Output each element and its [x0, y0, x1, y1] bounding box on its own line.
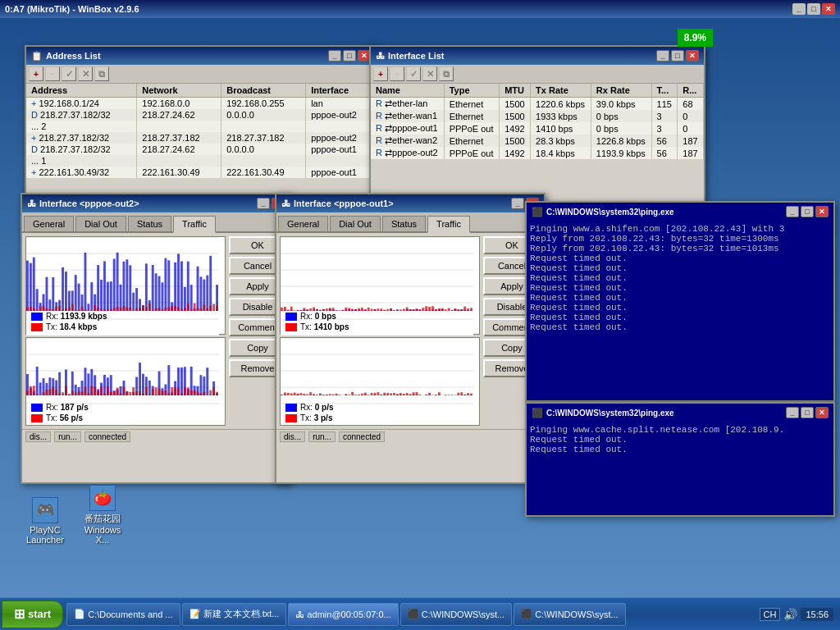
if-out1-tabs: General Dial Out Status Traffic	[276, 212, 544, 233]
ping-line: Request timed out.	[530, 322, 830, 332]
ping2-window: ⬛ C:\WINDOWS\system32\ping.exe _ □ ✕ Pin…	[525, 402, 835, 517]
iface-table-row[interactable]: R ⇄pppoe-out2 PPPoE out 1492 18.4 kbps 1…	[371, 147, 704, 159]
iface-cell-name: R ⇄ether-wan2	[371, 135, 444, 147]
desktop: 0:A7 (MikroTik) - WinBox v2.9.6 _ □ ✕ 8.…	[0, 0, 840, 630]
desktop-icon-plaync[interactable]: 🎮 PlayNCLauncher	[16, 494, 74, 548]
iface-list-titlebar: 🖧 Interface List _ □ ✕	[371, 47, 704, 65]
iface-remove-btn[interactable]: −	[390, 66, 404, 81]
iface-minimize[interactable]: _	[656, 50, 669, 62]
if-out2-minimize[interactable]: _	[257, 198, 270, 209]
iface-table-row[interactable]: R ⇄ether-wan1 Ethernet 1500 1933 kbps 0 …	[371, 110, 704, 122]
green-indicator: 8.9%	[678, 29, 713, 47]
addr-table-row[interactable]: ... 2	[26, 121, 376, 132]
addr-maximize[interactable]: □	[343, 50, 356, 62]
ping2-maximize[interactable]: □	[801, 407, 814, 418]
if-out1-rx-color	[285, 313, 297, 321]
winbox-title: 0:A7 (MikroTik) - WinBox v2.9.6	[5, 4, 139, 14]
iface-maximize[interactable]: □	[671, 50, 684, 62]
tomato-label: 番茄花园Windows X...	[77, 513, 128, 545]
iface-col-r[interactable]: R...	[678, 84, 704, 98]
iface-col-rxrate[interactable]: Rx Rate	[591, 84, 651, 98]
winbox-maximize[interactable]: □	[807, 3, 820, 15]
iface-table-row[interactable]: R ⇄ether-lan Ethernet 1500 1220.6 kbps 3…	[371, 98, 704, 111]
iface-col-txrate[interactable]: Tx Rate	[531, 84, 591, 98]
tray-ch[interactable]: CH	[760, 608, 781, 621]
desktop-icon-tomato[interactable]: 🍅 番茄花园Windows X...	[74, 482, 131, 548]
if-out1-tab-status[interactable]: Status	[382, 216, 426, 231]
ping1-controls: _ □ ✕	[786, 206, 829, 217]
iface-table-container: Name Type MTU Tx Rate Rx Rate T... R... …	[371, 84, 704, 192]
if-out2-legend2: Rx: 187 p/s Tx: 56 p/s	[28, 402, 92, 423]
addr-table-row[interactable]: + 222.161.30.49/32 222.161.30.49 222.161…	[26, 167, 376, 178]
addr-cell-broadcast: 222.161.30.49	[221, 167, 306, 178]
iface-cell-mtu: 1492	[500, 122, 531, 135]
addr-minimize[interactable]: _	[328, 50, 341, 62]
ping2-minimize[interactable]: _	[786, 407, 799, 418]
iface-x-btn[interactable]: ✕	[422, 66, 437, 81]
ping-line: Reply from 202.108.22.43: bytes=32 time=…	[530, 234, 830, 244]
if-out2-title: Interface <pppoe-out2>	[39, 199, 139, 208]
iface-cell-type: Ethernet	[444, 110, 500, 122]
iface-col-type[interactable]: Type	[444, 84, 500, 98]
addr-col-interface[interactable]: Interface	[306, 84, 376, 98]
iface-col-name[interactable]: Name	[371, 84, 444, 98]
ping2-icon: ⬛	[532, 408, 543, 418]
iface-table-row[interactable]: R ⇄pppoe-out1 PPPoE out 1492 1410 bps 0 …	[371, 122, 704, 135]
iface-table-row[interactable]: R ⇄ether-wan2 Ethernet 1500 28.3 kbps 12…	[371, 135, 704, 147]
ping2-close[interactable]: ✕	[815, 407, 829, 418]
iface-copy-btn[interactable]: ⧉	[439, 66, 454, 81]
iface-check-btn[interactable]: ✓	[406, 66, 421, 81]
if-out1-minimize[interactable]: _	[511, 198, 524, 209]
addr-cell-address: ... 1	[26, 155, 137, 167]
addr-cell-address: + 192.168.0.1/24	[26, 98, 137, 110]
addr-col-network[interactable]: Network	[137, 84, 221, 98]
addr-table-row[interactable]: + 218.27.37.182/32 218.27.37.182 218.27.…	[26, 132, 376, 144]
if-out2-titlebar: 🖧 Interface <pppoe-out2> _ ✕	[22, 194, 290, 212]
if-out1-tab-traffic[interactable]: Traffic	[427, 216, 470, 233]
iface-col-mtu[interactable]: MTU	[500, 84, 531, 98]
ping1-titlebar: ⬛ C:\WINDOWS\system32\ping.exe _ □ ✕	[527, 203, 833, 221]
addr-copy-btn[interactable]: ⧉	[94, 66, 109, 81]
ping1-minimize[interactable]: _	[786, 206, 799, 217]
addr-check-btn[interactable]: ✓	[62, 66, 76, 81]
if-out1-tx-color	[285, 323, 297, 331]
addr-remove-btn[interactable]: −	[45, 66, 60, 81]
iface-add-btn[interactable]: +	[373, 66, 388, 81]
iface-close[interactable]: ✕	[686, 50, 699, 62]
winbox-close[interactable]: ✕	[822, 3, 835, 15]
start-button[interactable]: ⊞ start	[2, 600, 63, 628]
iface-list-title: Interface List	[388, 51, 444, 61]
addr-table-row[interactable]: + 192.168.0.1/24 192.168.0.0 192.168.0.2…	[26, 98, 376, 110]
if-out2-chart2: Rx: 187 p/s Tx: 56 p/s	[25, 337, 226, 426]
iface-cell-t: 3	[651, 110, 678, 122]
if-out2-tab-traffic[interactable]: Traffic	[173, 216, 216, 233]
addr-cell-interface: lan	[306, 98, 376, 110]
winbox-minimize[interactable]: _	[792, 3, 806, 15]
taskbar-item-4[interactable]: ⬛ C:\WINDOWS\syst...	[514, 603, 625, 626]
if-out2-content: Rx: 1193.9 kbps Tx: 18.4 kbps	[22, 233, 290, 429]
addr-cell-network: 218.27.24.62	[137, 144, 221, 155]
addr-table-row[interactable]: D 218.27.37.182/32 218.27.24.62 0.0.0.0 …	[26, 144, 376, 155]
ping1-maximize[interactable]: □	[801, 206, 814, 217]
addr-col-address[interactable]: Address	[26, 84, 137, 98]
if-out1-tx-label: Tx: 1410 bps	[300, 322, 349, 331]
addr-x-btn[interactable]: ✕	[78, 66, 93, 81]
addr-col-broadcast[interactable]: Broadcast	[221, 84, 306, 98]
addr-table-row[interactable]: ... 1	[26, 155, 376, 167]
taskbar-item-0[interactable]: 📄 C:\Documents and ...	[66, 603, 180, 626]
iface-out1-window: 🖧 Interface <pppoe-out1> _ ✕ General Dia…	[275, 193, 546, 484]
if-out1-tab-dialout[interactable]: Dial Out	[330, 216, 381, 231]
iface-col-t[interactable]: T...	[651, 84, 678, 98]
taskbar-item-1[interactable]: 📝 新建 文本文档.txt...	[182, 603, 287, 626]
if-out1-tab-general[interactable]: General	[278, 216, 328, 231]
ping1-close[interactable]: ✕	[815, 206, 829, 217]
addr-add-btn[interactable]: +	[29, 66, 43, 81]
addr-table-row[interactable]: D 218.27.37.182/32 218.27.24.62 0.0.0.0 …	[26, 109, 376, 121]
plaync-label: PlayNCLauncher	[26, 525, 64, 545]
taskbar-item-3[interactable]: ⬛ C:\WINDOWS\syst...	[400, 603, 512, 626]
addr-cell-network: 218.27.24.62	[137, 109, 221, 121]
taskbar-item-2[interactable]: 🖧 admin@00:05:07:0...	[288, 603, 398, 626]
if-out2-tab-dialout[interactable]: Dial Out	[75, 216, 126, 231]
if-out2-tab-status[interactable]: Status	[128, 216, 171, 231]
if-out2-tab-general[interactable]: General	[24, 216, 74, 231]
